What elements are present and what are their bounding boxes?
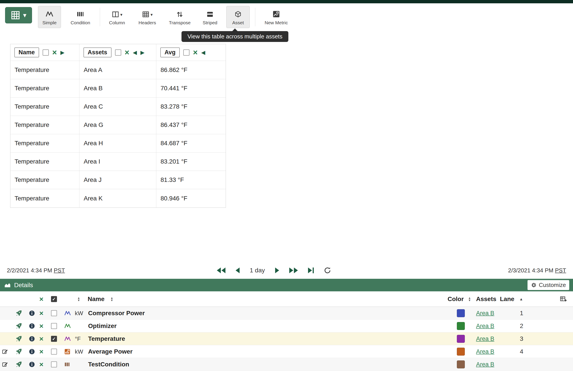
details-row-compressor-power[interactable]: × kW Compressor Power Area B 1	[0, 307, 573, 320]
sort-color-icon[interactable]: ▲▼	[468, 297, 471, 302]
toolbar-button-headers[interactable]: ▾ Headers	[134, 6, 161, 28]
unit-label: kW	[75, 310, 83, 317]
color-swatch[interactable]	[457, 322, 465, 330]
info-icon[interactable]	[29, 323, 35, 329]
remove-column-icon[interactable]: ×	[125, 49, 129, 56]
asset-link[interactable]: Area B	[476, 323, 494, 329]
rocket-icon[interactable]	[16, 310, 22, 317]
item-checkbox[interactable]	[51, 323, 57, 329]
customize-button[interactable]: Customize	[528, 280, 569, 290]
info-icon[interactable]	[29, 361, 35, 368]
range-start-date[interactable]: 2/2/2021 4:34 PM PST	[7, 267, 65, 274]
refresh-icon[interactable]	[324, 267, 331, 274]
duration-label[interactable]: 1 day	[250, 267, 265, 274]
remove-column-icon[interactable]: ×	[52, 49, 57, 56]
simple-table-icon	[45, 9, 54, 18]
range-end-date[interactable]: 2/3/2021 4:34 PM PST	[508, 267, 566, 274]
rocket-icon[interactable]	[16, 348, 22, 355]
details-row-temperature[interactable]: × ✓ °F Temperature Area B 3	[0, 332, 573, 345]
move-column-right-icon[interactable]: ▶	[141, 50, 144, 55]
avg-column-box[interactable]: Avg	[160, 48, 180, 57]
edit-icon[interactable]	[2, 348, 8, 355]
item-checkbox[interactable]	[51, 349, 57, 355]
cell-asset: Area J	[79, 171, 156, 189]
details-column-color[interactable]: Color	[448, 296, 464, 303]
remove-column-icon[interactable]: ×	[193, 49, 198, 56]
item-name[interactable]: TestCondition	[88, 361, 129, 368]
rocket-icon[interactable]	[16, 361, 22, 368]
remove-item-icon[interactable]: ×	[39, 323, 43, 329]
step-to-now-icon[interactable]	[308, 268, 314, 273]
details-column-name[interactable]: Name	[88, 296, 105, 303]
step-forward-full-icon[interactable]	[289, 268, 298, 273]
toolbar-button-striped[interactable]: Striped	[199, 6, 221, 28]
tooltip-text: View this table across multiple assets	[187, 33, 282, 40]
toolbar-button-transpose[interactable]: Transpose	[166, 6, 194, 28]
info-icon[interactable]	[29, 336, 35, 342]
asset-link[interactable]: Area B	[476, 361, 494, 368]
rocket-icon[interactable]	[16, 323, 22, 329]
sort-selection-icon[interactable]: ▲▼	[77, 297, 80, 302]
remove-selected-icon[interactable]: ×	[39, 296, 43, 303]
condition-icon	[64, 361, 70, 368]
details-column-lane[interactable]: Lane	[500, 296, 514, 303]
step-back-half-icon[interactable]	[236, 268, 240, 273]
toolbar-button-label: New Metric	[265, 20, 288, 25]
move-column-right-icon[interactable]: ▶	[60, 50, 65, 55]
remove-item-icon[interactable]: ×	[39, 348, 43, 355]
toolbar-button-simple[interactable]: Simple	[38, 6, 61, 28]
remove-item-icon[interactable]: ×	[39, 335, 43, 342]
time-step-controls: 1 day	[217, 264, 331, 277]
item-checkbox[interactable]	[51, 310, 57, 316]
item-name[interactable]: Temperature	[88, 335, 125, 342]
info-icon[interactable]	[29, 310, 35, 316]
color-swatch[interactable]	[457, 360, 465, 368]
step-back-full-icon[interactable]	[217, 268, 225, 273]
color-swatch[interactable]	[457, 309, 465, 317]
lane-sort-asc-icon[interactable]: ▲	[519, 297, 523, 301]
color-swatch[interactable]	[457, 335, 465, 343]
asset-link[interactable]: Area B	[476, 348, 494, 355]
details-row-testcondition[interactable]: × TestCondition Area B	[0, 358, 573, 371]
toolbar-button-asset[interactable]: Asset	[226, 6, 250, 28]
step-forward-half-icon[interactable]	[275, 268, 279, 273]
table-row: Temperature Area C 83.278 °F	[10, 98, 226, 116]
chevron-down-icon: ▾	[23, 12, 26, 18]
cell-name: Temperature	[10, 79, 79, 98]
name-column-checkbox[interactable]	[43, 50, 49, 56]
rocket-icon[interactable]	[16, 336, 22, 342]
timezone-link[interactable]: PST	[54, 267, 65, 274]
item-name[interactable]: Average Power	[88, 348, 132, 355]
move-column-left-icon[interactable]: ◀	[133, 50, 137, 55]
assets-column-box[interactable]: Assets	[84, 48, 111, 57]
color-swatch[interactable]	[457, 348, 465, 356]
assets-column-checkbox[interactable]	[115, 50, 121, 56]
select-all-checkbox[interactable]: ✓	[51, 296, 57, 302]
cell-asset: Area C	[79, 98, 156, 116]
details-row-average-power[interactable]: × kW Average Power Area B 4	[0, 345, 573, 358]
asset-link[interactable]: Area B	[476, 335, 494, 342]
toolbar-button-column[interactable]: ▾ Column	[105, 6, 129, 28]
item-name[interactable]: Compressor Power	[88, 310, 145, 317]
move-column-left-icon[interactable]: ◀	[201, 50, 205, 55]
info-icon[interactable]	[29, 348, 35, 355]
remove-item-icon[interactable]: ×	[39, 361, 43, 368]
item-name[interactable]: Optimizer	[88, 323, 117, 329]
toolbar-button-label: Transpose	[169, 20, 191, 25]
toolbar-button-condition[interactable]: Condition	[66, 6, 94, 28]
toolbar-button-new-metric[interactable]: New Metric	[261, 6, 292, 28]
details-row-optimizer[interactable]: × Optimizer Area B 2	[0, 320, 573, 332]
details-column-assets[interactable]: Assets	[476, 296, 496, 303]
edit-icon[interactable]	[2, 361, 8, 368]
item-checkbox[interactable]: ✓	[51, 336, 57, 342]
add-column-icon[interactable]	[560, 296, 567, 303]
avg-column-checkbox[interactable]	[183, 50, 189, 56]
asset-link[interactable]: Area B	[476, 310, 494, 317]
name-column-box[interactable]: Name	[14, 48, 39, 57]
timezone-link[interactable]: PST	[555, 267, 566, 274]
sort-name-icon[interactable]: ▲▼	[110, 297, 113, 302]
remove-item-icon[interactable]: ×	[39, 310, 43, 317]
table-view-menu-button[interactable]: ▾	[5, 7, 32, 23]
signal-icon	[64, 336, 71, 342]
item-checkbox[interactable]	[51, 361, 57, 367]
